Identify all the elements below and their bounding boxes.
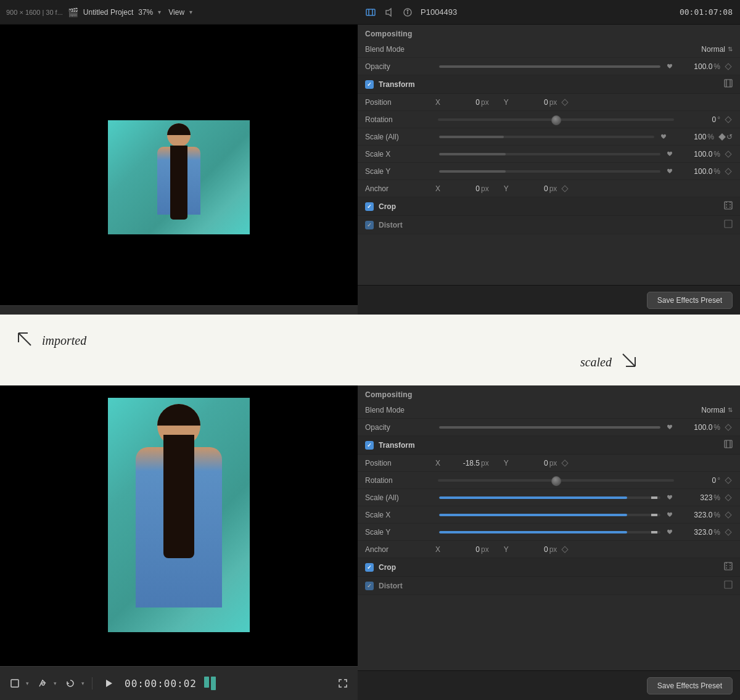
person-figure-bottom — [111, 398, 247, 632]
blend-mode-row-top[interactable]: Blend Mode Normal ⇅ — [358, 41, 740, 58]
save-preset-button-bottom[interactable]: Save Effects Preset — [647, 677, 733, 694]
scale-y-keyframe-bottom[interactable] — [724, 528, 733, 537]
speed-button-bottom[interactable] — [62, 675, 79, 692]
anchor-x-value-top[interactable]: 0 — [443, 184, 480, 193]
trim-button-bottom[interactable] — [34, 675, 51, 692]
distort-checkbox-bottom[interactable] — [365, 582, 374, 590]
position-y-value-bottom[interactable]: 0 — [511, 459, 548, 467]
position-row-bottom[interactable]: Position X -18.5 px Y 0 px — [358, 455, 740, 472]
scale-y-value-bottom[interactable]: 323.0 — [675, 528, 712, 537]
crop-checkbox-bottom[interactable] — [365, 563, 374, 572]
distort-icon-bottom — [724, 580, 733, 591]
frame-chevron-bottom[interactable]: ▾ — [26, 680, 29, 686]
blend-mode-row-bottom[interactable]: Blend Mode Normal ⇅ — [358, 401, 740, 419]
blend-mode-value-top[interactable]: Normal ⇅ — [701, 45, 733, 54]
speed-chevron-bottom[interactable]: ▾ — [81, 680, 84, 686]
crop-section-top[interactable]: Crop — [358, 197, 740, 216]
rotation-value-top[interactable]: 0 — [679, 115, 716, 124]
frame-size-button-bottom[interactable] — [6, 675, 23, 692]
anchor-x-value-bottom[interactable]: 0 — [443, 545, 480, 554]
rotation-knob-bottom[interactable] — [551, 476, 561, 486]
scale-x-slider-bottom[interactable] — [439, 514, 660, 516]
rotation-label-bottom: Rotation — [365, 476, 433, 485]
opacity-slider-bottom[interactable] — [439, 426, 660, 429]
scale-x-value-bottom[interactable]: 323.0 — [675, 511, 712, 519]
scale-x-label-top: Scale X — [365, 150, 433, 159]
position-x-value-bottom[interactable]: -18.5 — [443, 459, 480, 467]
rotation-keyframe-bottom[interactable] — [724, 476, 733, 485]
scale-x-keyframe-top[interactable] — [724, 150, 733, 159]
distort-section-top[interactable]: Distort — [358, 216, 740, 234]
position-keyframe-bottom[interactable] — [561, 459, 569, 467]
anchor-keyframe-bottom[interactable] — [561, 545, 569, 554]
scale-x-row-bottom[interactable]: Scale X 323.0 % — [358, 506, 740, 524]
blend-mode-value-bottom[interactable]: Normal ⇅ — [701, 406, 733, 414]
rotation-label-top: Rotation — [365, 115, 433, 124]
scale-all-keyframe-top[interactable] — [718, 133, 726, 141]
scale-x-keyframe-bottom[interactable] — [724, 511, 733, 519]
scale-all-keyframe-bottom[interactable] — [724, 493, 733, 502]
anchor-row-bottom[interactable]: Anchor X 0 px Y 0 px — [358, 541, 740, 558]
opacity-row-top[interactable]: Opacity 100.0 % — [358, 58, 740, 75]
opacity-keyframe-top[interactable] — [724, 62, 733, 71]
scale-all-row-top[interactable]: Scale (All) 100 % ↺ — [358, 128, 740, 146]
transform-checkbox-bottom[interactable] — [365, 441, 374, 450]
position-row-top[interactable]: Position X 0 px Y 0 px — [358, 94, 740, 111]
scale-all-value-top[interactable]: 100 — [669, 133, 706, 141]
rotation-value-bottom[interactable]: 0 — [679, 476, 716, 485]
zoom-chevron[interactable]: ▾ — [158, 9, 161, 15]
rotation-row-top[interactable]: Rotation 0 ° — [358, 111, 740, 128]
opacity-keyframe-bottom[interactable] — [724, 423, 733, 432]
transform-section-top[interactable]: Transform — [358, 75, 740, 94]
scale-y-row-bottom[interactable]: Scale Y 323.0 % — [358, 524, 740, 541]
scale-x-row-top[interactable]: Scale X 100.0 % — [358, 146, 740, 163]
video-preview-bottom — [0, 385, 358, 666]
scale-all-slider-top[interactable] — [439, 136, 654, 138]
trim-chevron-bottom[interactable]: ▾ — [54, 680, 57, 686]
crop-checkbox-top[interactable] — [365, 202, 374, 211]
play-button-bottom[interactable] — [100, 675, 117, 692]
zoom-label[interactable]: 37% — [138, 8, 153, 17]
anchor-y-value-bottom[interactable]: 0 — [511, 545, 548, 554]
scale-all-slider-bottom[interactable] — [439, 496, 660, 499]
position-y-unit-bottom: px — [549, 459, 557, 467]
transform-checkbox-top[interactable] — [365, 80, 374, 89]
crop-section-bottom[interactable]: Crop — [358, 558, 740, 577]
position-y-value-top[interactable]: 0 — [511, 98, 548, 107]
transform-section-bottom[interactable]: Transform — [358, 436, 740, 455]
anchor-keyframe-top[interactable] — [561, 184, 569, 193]
fullscreen-button-bottom[interactable] — [334, 675, 352, 692]
scale-y-slider-bottom[interactable] — [439, 531, 660, 533]
distort-checkbox-top[interactable] — [365, 221, 374, 229]
position-x-unit-top: px — [481, 98, 489, 107]
position-x-value-top[interactable]: 0 — [443, 98, 480, 107]
scale-all-row-bottom[interactable]: Scale (All) 323 % — [358, 489, 740, 506]
scale-y-slider-top[interactable] — [439, 170, 660, 173]
scale-x-unit-bottom: % — [713, 511, 720, 519]
rotation-row-bottom[interactable]: Rotation 0 ° — [358, 472, 740, 489]
info-icon[interactable] — [402, 7, 413, 18]
opacity-row-bottom[interactable]: Opacity 100.0 % — [358, 419, 740, 436]
rotation-keyframe-top[interactable] — [724, 115, 733, 124]
svg-point-18 — [42, 683, 44, 685]
scale-all-reset-top[interactable]: ↺ — [726, 133, 733, 141]
view-button[interactable]: View — [168, 8, 184, 17]
opacity-slider-top[interactable] — [439, 65, 660, 68]
compositing-header-bottom: Compositing — [358, 385, 740, 401]
view-chevron[interactable]: ▾ — [189, 9, 192, 15]
rotation-knob-top[interactable] — [551, 115, 561, 125]
scale-y-keyframe-top[interactable] — [724, 167, 733, 176]
scale-y-row-top[interactable]: Scale Y 100.0 % — [358, 163, 740, 180]
scale-x-value-top[interactable]: 100.0 — [675, 150, 712, 159]
anchor-y-value-top[interactable]: 0 — [511, 184, 548, 193]
video-black-top — [108, 74, 250, 120]
scale-all-value-bottom[interactable]: 323 — [675, 493, 712, 502]
svg-rect-17 — [11, 680, 18, 687]
anchor-row-top[interactable]: Anchor X 0 px Y 0 px — [358, 180, 740, 197]
position-keyframe-top[interactable] — [561, 98, 569, 107]
scale-x-slider-top[interactable] — [439, 153, 660, 155]
distort-section-bottom[interactable]: Distort — [358, 577, 740, 595]
scale-x-heart-icon-bottom — [667, 512, 673, 518]
save-preset-button-top[interactable]: Save Effects Preset — [647, 292, 733, 309]
scale-y-value-top[interactable]: 100.0 — [675, 167, 712, 176]
